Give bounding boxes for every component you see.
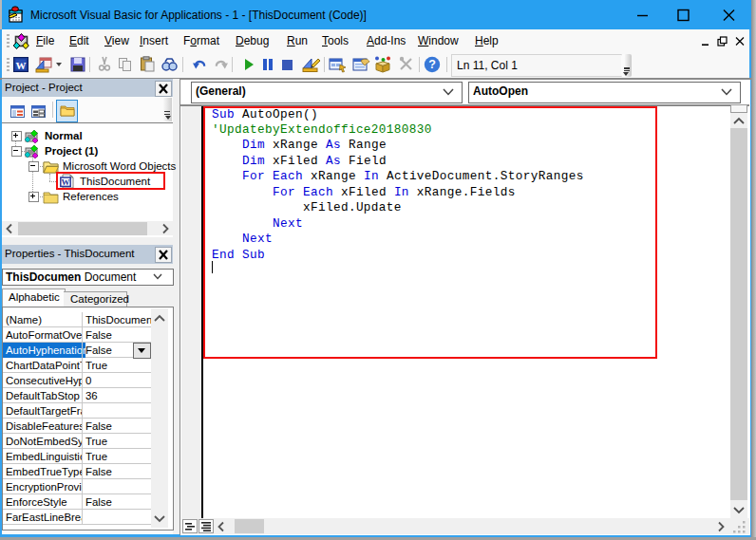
svg-text:?: ? [428,58,436,71]
svg-text:W: W [16,60,27,71]
